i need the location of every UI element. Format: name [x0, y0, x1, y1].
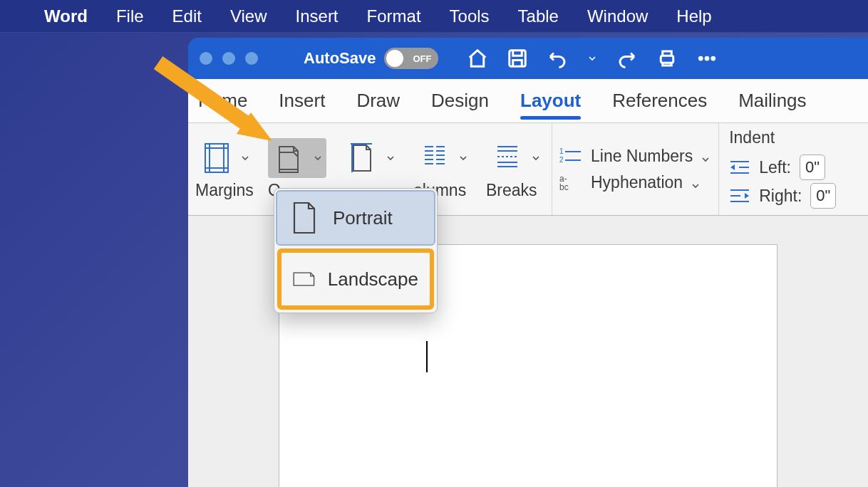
svg-text:2: 2 [559, 156, 564, 164]
orientation-landscape-label: Landscape [328, 268, 418, 290]
titlebar: AutoSave OFF [188, 38, 868, 79]
hyphenation-icon: a-bc [559, 173, 584, 192]
hyphenation-label: Hyphenation [591, 173, 683, 192]
menu-view[interactable]: View [230, 6, 267, 26]
tab-references[interactable]: References [612, 84, 707, 117]
group-margins: Margins [188, 123, 261, 215]
portrait-icon [289, 201, 320, 234]
indent-right-row: Right: 0" [729, 183, 836, 209]
orientation-portrait-label: Portrait [333, 207, 393, 229]
ribbon-tabs: Home Insert Draw Design Layout Reference… [188, 79, 868, 123]
columns-button[interactable] [413, 138, 472, 178]
orientation-icon [271, 140, 308, 177]
menu-tools[interactable]: Tools [450, 6, 490, 26]
chevron-down-icon [239, 152, 251, 164]
chevron-down-icon [700, 150, 711, 162]
breaks-label: Breaks [486, 181, 537, 200]
svg-rect-1 [661, 56, 674, 63]
indent-left-input[interactable]: 0" [800, 155, 825, 180]
size-icon [343, 140, 381, 177]
margins-icon [198, 140, 235, 177]
indent-right-label: Right: [759, 187, 802, 206]
menu-window[interactable]: Window [587, 6, 648, 26]
window-close[interactable] [200, 52, 212, 65]
landscape-icon [293, 263, 315, 295]
macos-menubar: Word File Edit View Insert Format Tools … [0, 0, 868, 33]
chevron-down-icon [312, 152, 324, 164]
tab-home[interactable]: Home [198, 84, 247, 117]
print-icon[interactable] [656, 48, 678, 69]
indent-left-row: Left: 0" [729, 155, 825, 180]
home-icon[interactable] [467, 48, 488, 69]
hyphenation-button[interactable]: a-bc Hyphenation [559, 173, 701, 192]
group-indent: Indent Left: 0" Right: 0" [719, 123, 846, 215]
chevron-down-icon [458, 152, 469, 164]
tab-draw[interactable]: Draw [356, 84, 400, 117]
orientation-button[interactable] [268, 138, 326, 178]
window-zoom[interactable] [245, 52, 258, 65]
chevron-down-icon [385, 152, 396, 164]
indent-left-icon [729, 159, 750, 176]
chevron-down-icon [690, 177, 701, 188]
titlebar-quick-icons [467, 48, 718, 69]
menu-help[interactable]: Help [676, 6, 711, 26]
tab-layout[interactable]: Layout [520, 84, 581, 117]
autosave-control[interactable]: AutoSave OFF [304, 48, 438, 69]
undo-icon[interactable] [547, 48, 568, 69]
text-cursor [426, 341, 428, 372]
indent-left-label: Left: [759, 158, 791, 177]
orientation-landscape[interactable]: Landscape [277, 248, 434, 310]
ellipsis-icon[interactable] [696, 48, 718, 69]
indent-title: Indent [729, 128, 775, 147]
group-line-hyphen: 12 Line Numbers a-bc Hyphenation [552, 123, 719, 215]
orientation-portrait[interactable]: Portrait [276, 190, 435, 246]
breaks-button[interactable] [486, 138, 544, 178]
svg-text:bc: bc [559, 182, 569, 192]
redo-icon[interactable] [616, 48, 638, 69]
line-numbers-icon: 12 [559, 147, 584, 165]
orientation-dropdown: Portrait Landscape [274, 188, 438, 313]
margins-label: Margins [195, 181, 254, 200]
autosave-label: AutoSave [304, 49, 376, 68]
indent-right-icon [729, 187, 750, 204]
menu-file[interactable]: File [116, 6, 144, 26]
svg-point-4 [712, 57, 715, 60]
line-numbers-button[interactable]: 12 Line Numbers [559, 147, 711, 166]
tab-insert[interactable]: Insert [279, 84, 325, 117]
save-icon[interactable] [507, 48, 528, 69]
svg-point-2 [700, 57, 703, 60]
svg-rect-0 [510, 51, 526, 67]
margins-button[interactable] [195, 138, 254, 178]
svg-point-3 [706, 57, 709, 60]
tab-design[interactable]: Design [431, 84, 489, 117]
svg-text:1: 1 [559, 147, 564, 155]
breaks-icon [489, 140, 526, 177]
menu-table[interactable]: Table [518, 6, 559, 26]
tab-mailings[interactable]: Mailings [738, 84, 806, 117]
indent-right-input[interactable]: 0" [810, 183, 836, 209]
chevron-down-icon [530, 152, 542, 164]
menu-app-name[interactable]: Word [44, 6, 88, 26]
group-breaks: Breaks [479, 123, 552, 215]
chevron-down-icon[interactable] [587, 48, 598, 69]
line-numbers-label: Line Numbers [591, 147, 693, 166]
size-button[interactable] [341, 138, 399, 178]
autosave-state: OFF [413, 53, 431, 64]
menu-edit[interactable]: Edit [172, 6, 202, 26]
window-minimize[interactable] [222, 52, 235, 65]
menu-format[interactable]: Format [367, 6, 421, 26]
menu-insert[interactable]: Insert [296, 6, 339, 26]
columns-icon [416, 140, 453, 177]
autosave-toggle[interactable]: OFF [384, 48, 438, 69]
